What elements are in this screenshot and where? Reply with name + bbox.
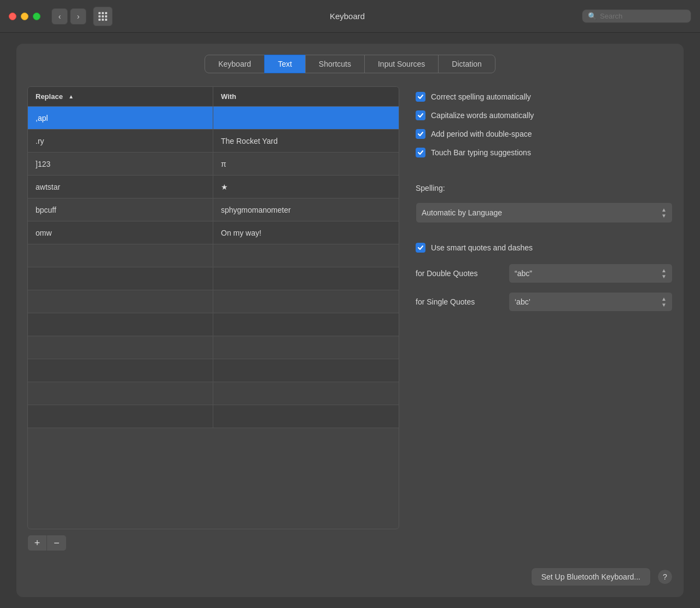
double-quotes-dropdown[interactable]: “abc” ▲▼ bbox=[509, 264, 673, 283]
cell-with bbox=[213, 107, 399, 129]
tabs: Keyboard Text Shortcuts Input Sources Di… bbox=[27, 55, 673, 73]
cell-with: ★ bbox=[213, 176, 399, 198]
table-row[interactable] bbox=[28, 267, 399, 290]
correct-spelling-checkbox[interactable] bbox=[416, 92, 425, 102]
table-row[interactable] bbox=[28, 244, 399, 267]
spelling-dropdown-arrows-icon: ▲▼ bbox=[661, 207, 667, 219]
double-quotes-value: “abc” bbox=[515, 269, 532, 278]
table-header: Replace ▲ With bbox=[28, 87, 399, 107]
smart-quotes-checkbox[interactable] bbox=[416, 243, 425, 253]
add-row-button[interactable]: + bbox=[27, 535, 47, 551]
table-body: ,apl .ry The Rocket Yard ]123 π awtst bbox=[28, 107, 399, 525]
single-quotes-value: ‘abc’ bbox=[515, 297, 530, 306]
cell-replace: ]123 bbox=[28, 153, 213, 175]
capitalize-words-label: Capitalize words automatically bbox=[431, 111, 534, 120]
main-content: Keyboard Text Shortcuts Input Sources Di… bbox=[0, 33, 700, 608]
add-period-label: Add period with double-space bbox=[431, 130, 532, 138]
smart-quotes-label: Use smart quotes and dashes bbox=[431, 243, 533, 252]
maximize-button[interactable] bbox=[33, 13, 40, 20]
double-quotes-arrows-icon: ▲▼ bbox=[661, 267, 667, 279]
correct-spelling-label: Correct spelling automatically bbox=[431, 92, 531, 101]
cell-replace: omw bbox=[28, 221, 213, 244]
svg-rect-8 bbox=[105, 19, 107, 21]
cell-with: π bbox=[213, 153, 399, 175]
table-row[interactable] bbox=[28, 336, 399, 359]
cell-replace: awtstar bbox=[28, 176, 213, 198]
table-row[interactable] bbox=[28, 290, 399, 313]
table-row[interactable]: omw On my way! bbox=[28, 221, 399, 244]
help-button[interactable]: ? bbox=[657, 569, 673, 584]
col-with-header[interactable]: With bbox=[213, 87, 399, 106]
table-row[interactable]: ]123 π bbox=[28, 153, 399, 176]
table-row[interactable] bbox=[28, 313, 399, 336]
touch-bar-checkbox[interactable] bbox=[416, 148, 425, 157]
traffic-lights bbox=[9, 13, 40, 20]
search-icon: 🔍 bbox=[588, 12, 597, 20]
spelling-dropdown[interactable]: Automatic by Language ▲▼ bbox=[416, 202, 673, 223]
svg-rect-3 bbox=[98, 15, 101, 17]
minimize-button[interactable] bbox=[21, 13, 28, 20]
sort-arrow-icon: ▲ bbox=[68, 93, 74, 100]
smart-quotes-row: Use smart quotes and dashes bbox=[416, 243, 673, 253]
touch-bar-label: Touch Bar typing suggestions bbox=[431, 148, 531, 157]
add-period-checkbox[interactable] bbox=[416, 129, 425, 139]
table-row[interactable]: awtstar ★ bbox=[28, 176, 399, 198]
table-row[interactable] bbox=[28, 359, 399, 382]
bluetooth-keyboard-button[interactable]: Set Up Bluetooth Keyboard... bbox=[531, 568, 651, 586]
cell-replace: bpcuff bbox=[28, 198, 213, 221]
add-period-row: Add period with double-space bbox=[416, 129, 673, 139]
capitalize-words-checkbox[interactable] bbox=[416, 110, 425, 120]
table-buttons: + − bbox=[27, 535, 399, 551]
content-area: Replace ▲ With ,apl bbox=[27, 86, 673, 551]
correct-spelling-row: Correct spelling automatically bbox=[416, 92, 673, 102]
svg-rect-7 bbox=[102, 19, 104, 21]
table-row[interactable]: bpcuff sphygmomanometer bbox=[28, 198, 399, 221]
panel: Keyboard Text Shortcuts Input Sources Di… bbox=[16, 44, 684, 597]
spelling-dropdown-value: Automatic by Language bbox=[422, 208, 502, 217]
grid-button[interactable] bbox=[93, 7, 113, 26]
touch-bar-row: Touch Bar typing suggestions bbox=[416, 148, 673, 157]
forward-button[interactable]: › bbox=[70, 8, 86, 25]
right-panel: Correct spelling automatically Capitaliz… bbox=[416, 86, 673, 551]
cell-replace: .ry bbox=[28, 130, 213, 152]
svg-rect-2 bbox=[105, 12, 107, 14]
single-quotes-label: for Single Quotes bbox=[416, 297, 503, 306]
single-quotes-dropdown[interactable]: ‘abc’ ▲▼ bbox=[509, 292, 673, 312]
tab-dictation[interactable]: Dictation bbox=[438, 55, 495, 73]
table-row[interactable] bbox=[28, 382, 399, 405]
svg-rect-6 bbox=[98, 19, 101, 21]
nav-buttons: ‹ › bbox=[51, 8, 86, 25]
tab-keyboard[interactable]: Keyboard bbox=[205, 55, 265, 73]
bottom-bar: Set Up Bluetooth Keyboard... ? bbox=[27, 562, 673, 586]
search-input[interactable] bbox=[600, 12, 685, 20]
double-quotes-label: for Double Quotes bbox=[416, 269, 503, 278]
cell-with: On my way! bbox=[213, 221, 399, 244]
tab-shortcuts[interactable]: Shortcuts bbox=[305, 55, 365, 73]
spelling-label: Spelling: bbox=[416, 184, 673, 192]
close-button[interactable] bbox=[9, 13, 16, 20]
table-row[interactable]: .ry The Rocket Yard bbox=[28, 130, 399, 153]
capitalize-words-row: Capitalize words automatically bbox=[416, 110, 673, 120]
tab-input-sources[interactable]: Input Sources bbox=[364, 55, 439, 73]
cell-replace: ,apl bbox=[28, 107, 213, 129]
table-row[interactable]: ,apl bbox=[28, 107, 399, 130]
cell-with: The Rocket Yard bbox=[213, 130, 399, 152]
table-row[interactable] bbox=[28, 405, 399, 428]
titlebar: ‹ › Keyboard 🔍 bbox=[0, 0, 700, 33]
svg-rect-0 bbox=[98, 12, 101, 14]
left-panel: Replace ▲ With ,apl bbox=[27, 86, 399, 551]
text-substitution-table: Replace ▲ With ,apl bbox=[27, 86, 399, 529]
back-button[interactable]: ‹ bbox=[51, 8, 68, 25]
svg-rect-4 bbox=[102, 15, 104, 17]
svg-rect-1 bbox=[102, 12, 104, 14]
single-quotes-arrows-icon: ▲▼ bbox=[661, 296, 667, 308]
tab-text[interactable]: Text bbox=[264, 55, 306, 73]
cell-with: sphygmomanometer bbox=[213, 198, 399, 221]
remove-row-button[interactable]: − bbox=[47, 535, 67, 551]
single-quotes-row: for Single Quotes ‘abc’ ▲▼ bbox=[416, 292, 673, 312]
double-quotes-row: for Double Quotes “abc” ▲▼ bbox=[416, 264, 673, 283]
col-replace-header[interactable]: Replace ▲ bbox=[28, 87, 213, 106]
svg-rect-5 bbox=[105, 15, 107, 17]
window-title: Keyboard bbox=[117, 11, 578, 21]
search-bar[interactable]: 🔍 bbox=[582, 9, 691, 23]
